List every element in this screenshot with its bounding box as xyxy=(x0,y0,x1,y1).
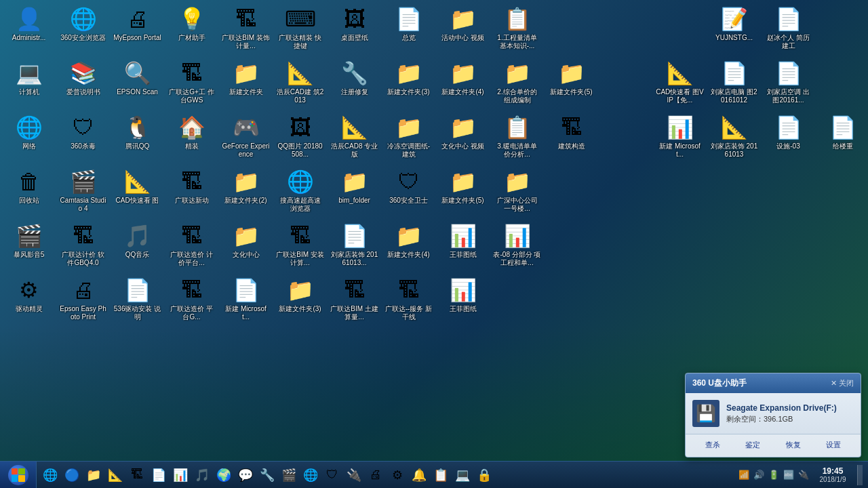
desktop-icon-liujiakong2016[interactable]: 📄刘家店空调 出图20161... xyxy=(763,58,814,107)
desktop-icon-xinjiangwenjian4[interactable]: 📁新建文件夹(4) xyxy=(437,58,488,99)
notification-close-button[interactable]: ✕ 关闭 xyxy=(831,378,854,388)
notification-action-settings[interactable]: 设置 xyxy=(822,439,845,451)
desktop-icon-liujiazhuang[interactable]: 📐刘家店装饰 20161013 xyxy=(709,112,760,161)
desktop-icon-cad-kuaisu[interactable]: 📐CAD快速看 图 xyxy=(112,166,163,207)
desktop-icon-liujiadian2012[interactable]: 📄刘家店电脑 图20161012 xyxy=(709,58,760,107)
desktop-icon-xinjian-wenjian4-2[interactable]: 📁新建文件夹(4) xyxy=(383,220,434,262)
taskbar-icon-security[interactable]: 🛡 xyxy=(322,465,342,485)
desktop-icon-360sha[interactable]: 🛡360杀毒 xyxy=(58,112,108,153)
desktop-icon-sheshi03[interactable]: 📄设施-03 xyxy=(763,112,814,153)
desktop-icon-haocad2013[interactable]: 📐浩辰CAD建 筑2013 xyxy=(275,58,326,107)
tray-icon-sound[interactable]: 🔊 xyxy=(752,468,766,482)
taskbar-icon-video[interactable]: 🎬 xyxy=(279,465,299,485)
notification-action-identify[interactable]: 鉴定 xyxy=(741,439,764,451)
desktop-icon-zhaobingge[interactable]: 📄赵冰个人 简历 建工 xyxy=(763,3,814,53)
desktop-icon-guanglian-bim[interactable]: 🏗广联达BIM 装饰计量... xyxy=(220,3,271,53)
desktop-icon-guanglian-gws[interactable]: 🏗广联达G+工 作台GWS xyxy=(166,58,217,107)
taskbar-icon-spreadsheet[interactable]: 📊 xyxy=(170,465,191,485)
desktop-icon-qq[interactable]: 🐧腾讯QQ xyxy=(112,112,163,153)
desktop-icon-aipushuoming[interactable]: 📚爱普说明书 xyxy=(58,58,108,99)
desktop-icon-qudong-jifen[interactable]: ⚙驱动精灵 xyxy=(3,274,54,316)
desktop-icon-bim-folder[interactable]: 📁bim_folder xyxy=(329,166,380,207)
desktop-icon-360-anquan[interactable]: 🛡360安全卫士 xyxy=(383,166,434,207)
desktop-icon-guanglian-tongjia2[interactable]: 🏗广联达造价 平台G... xyxy=(166,274,217,324)
taskbar-icon-misc4[interactable]: 💻 xyxy=(452,465,473,485)
system-clock[interactable]: 19:45 2018/1/9 xyxy=(812,466,853,483)
desktop-icon-zonghedan[interactable]: 📁2.综合单价的 组成编制 xyxy=(492,58,542,107)
desktop-icon-xinjian-ms2[interactable]: 📄新建 Microsoft... xyxy=(220,274,271,324)
desktop-icon-guanglian-tongjia[interactable]: 🏗广联达造价 计价平台... xyxy=(166,220,217,270)
taskbar-icon-misc2[interactable]: 🔔 xyxy=(409,465,429,485)
tray-icon-network[interactable]: 📶 xyxy=(737,468,751,482)
taskbar-icon-browser2[interactable]: 🌍 xyxy=(214,465,234,485)
desktop-icon-jianzhu-bg[interactable]: 🏗建筑构造 xyxy=(546,112,597,153)
start-button[interactable] xyxy=(0,462,37,489)
desktop-icon-yujnstg[interactable]: 📝YUJNSTG... xyxy=(709,3,760,45)
desktop-icon-xinjian-wenjian3-2[interactable]: 📁新建文件夹(3) xyxy=(275,274,326,316)
desktop-icon-epson-photo[interactable]: 🖨Epson Easy Photo Print xyxy=(58,274,108,324)
desktop-icon-administrator[interactable]: 👤Administr... xyxy=(3,3,54,45)
taskbar-icon-file[interactable]: 📁 xyxy=(83,465,104,485)
taskbar-icon-usb[interactable]: 🔌 xyxy=(344,465,364,485)
desktop-icon-jufeng-yingyin[interactable]: 🎬暴风影音5 xyxy=(3,220,54,262)
desktop-icon-camtasia[interactable]: 🎬Camtasia Studio 4 xyxy=(58,166,108,216)
desktop-icon-wenhuazhongxin[interactable]: 📁文化中心 视频 xyxy=(437,112,488,153)
taskbar-icon-guanglian[interactable]: 🏗 xyxy=(127,465,147,485)
desktop-icon-qq-yingyue[interactable]: 🎵QQ音乐 xyxy=(112,220,163,262)
desktop-icon-guanglian-bim2[interactable]: 🏗广联达BIM 安装计算... xyxy=(275,220,326,270)
tray-icon-battery[interactable]: 🔋 xyxy=(767,468,781,482)
taskbar-icon-chat[interactable]: 💬 xyxy=(235,465,256,485)
desktop-icon-sugao-sudu[interactable]: 🌐搜高速超高速 浏览器 xyxy=(275,166,326,216)
tray-icon-usb[interactable]: 🔌 xyxy=(797,468,810,482)
desktop-icon-epson-scan[interactable]: 🔍EPSON Scan xyxy=(112,58,163,99)
desktop-icon-jingzhuang[interactable]: 🏠精装 xyxy=(166,112,217,153)
notification-action-restore[interactable]: 恢复 xyxy=(782,439,805,451)
desktop-icon-xinjiangwenjian5-2[interactable]: 📁新建文件夹(5) xyxy=(437,166,488,207)
desktop-icon-guanglian-jisuanji[interactable]: 🏗广联达计价 软件GBQ4.0 xyxy=(58,220,108,270)
desktop-icon-xinjiangwenjian2-2[interactable]: 📁新建文件夹(2) xyxy=(220,166,271,207)
taskbar-icon-cad[interactable]: 📐 xyxy=(105,465,125,485)
desktop-icon-cad-vip[interactable]: 📐CAD快速看 图VIP【免... xyxy=(654,58,705,107)
desktop-icon-mianbi[interactable]: 🖼桌面壁纸 xyxy=(329,3,380,45)
desktop-icon-gei-louchong[interactable]: 📄给楼重 xyxy=(817,112,868,153)
taskbar-icon-print[interactable]: 🖨 xyxy=(366,465,386,485)
desktop-icon-haocad-pro[interactable]: 📐浩辰CAD8 专业版 xyxy=(329,112,380,161)
desktop-icon-jisuanji[interactable]: 💻计算机 xyxy=(3,58,54,99)
taskbar-icon-network[interactable]: 🌐 xyxy=(300,465,321,485)
desktop-icon-lengdong-wen[interactable]: 📁冷冻空调图纸-建筑 xyxy=(383,112,434,161)
desktop-icon-xinjian-ms[interactable]: 📊新建 Microsoft... xyxy=(654,112,705,161)
desktop-icon-wangfei-tubiao[interactable]: 📊王菲图纸 xyxy=(437,220,488,262)
taskbar-icon-misc3[interactable]: 📋 xyxy=(431,465,451,485)
desktop-icon-huishou[interactable]: 🗑回收站 xyxy=(3,166,54,207)
desktop-icon-geforce[interactable]: 🎮GeForce Experience xyxy=(220,112,271,161)
desktop-icon-mypepson-portal[interactable]: 🖨MyEpson Portal xyxy=(112,3,163,45)
tray-icon-input[interactable]: 🔤 xyxy=(782,468,795,482)
desktop-icon-guanglian-bim3[interactable]: 🏗广联达BIM 土建算量... xyxy=(329,274,380,324)
desktop-icon-xinjiangwenjian3[interactable]: 📁新建文件夹(3) xyxy=(383,58,434,99)
desktop-icon-san-lengdong[interactable]: 📋3.暖电清单单 价分析... xyxy=(492,112,542,161)
desktop-icon-zhucefufu[interactable]: 🔧注册修复 xyxy=(329,58,380,99)
taskbar-icon-tools[interactable]: 🔧 xyxy=(257,465,277,485)
desktop-icon-huodong[interactable]: 📁活动中心 视频 xyxy=(437,3,488,45)
desktop-icon-zonglan[interactable]: 📄总览 xyxy=(383,3,434,45)
taskbar-icon-media[interactable]: 🎵 xyxy=(192,465,212,485)
taskbar-icon-ie[interactable]: 🌐 xyxy=(40,465,60,485)
taskbar-icon-doc[interactable]: 📄 xyxy=(149,465,169,485)
desktop-icon-xinjiangwenjian5[interactable]: 📁新建文件夹(5) xyxy=(546,58,597,99)
taskbar-icon-360[interactable]: 🔵 xyxy=(62,465,82,485)
desktop-icon-guanglian-fuwu[interactable]: 🏗广联达--服务 新干线 xyxy=(383,274,434,324)
desktop-icon-liujiazhuang-file[interactable]: 📄刘家店装饰 20161013... xyxy=(329,220,380,270)
taskbar-icon-misc1[interactable]: ⚙ xyxy=(387,465,408,485)
notification-action-scan[interactable]: 查杀 xyxy=(701,439,724,451)
desktop-icon-wangfei-tubiao2[interactable]: 📊王菲图纸 xyxy=(437,274,488,316)
desktop-icon-xinjiangwenjian[interactable]: 📁新建文件夹 xyxy=(220,58,271,99)
desktop-icon-guanglian-jingzhuang[interactable]: ⌨广联达精装 快捷键 xyxy=(275,3,326,53)
desktop-icon-gongcheng-list[interactable]: 📋1.工程量清单 基本知识-... xyxy=(492,3,542,53)
desktop-icon-360-browser[interactable]: 🌐360安全浏览器 xyxy=(58,3,108,45)
desktop-icon-guangshen-gongsi[interactable]: 📁广深中心公司 一号楼... xyxy=(492,166,542,216)
desktop-icon-wangluo[interactable]: 🌐网络 xyxy=(3,112,54,153)
desktop-icon-guangcai-helper[interactable]: 💡广材助手 xyxy=(166,3,217,45)
desktop-icon-biao08[interactable]: 📊表-08 分部分 项工程和单... xyxy=(492,220,542,270)
desktop-icon-guanglian-xindong[interactable]: 🏗广联达新动 xyxy=(166,166,217,207)
taskbar-icon-misc5[interactable]: 🔒 xyxy=(474,465,494,485)
